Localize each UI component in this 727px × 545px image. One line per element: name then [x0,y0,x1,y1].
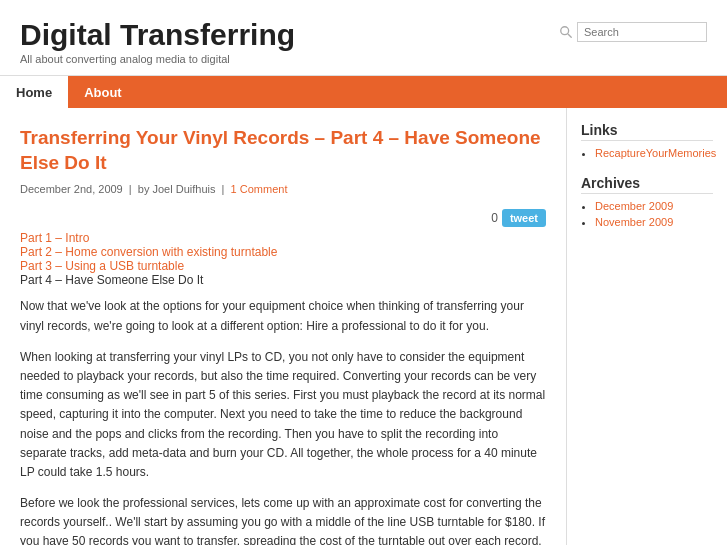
site-tagline: All about converting analog media to dig… [20,53,295,65]
nav-link-part1[interactable]: Part 1 – Intro [20,231,89,245]
main-content: Transferring Your Vinyl Records – Part 4… [0,108,567,545]
sidebar-archives-section: Archives December 2009 November 2009 [581,175,713,228]
sidebar-links-heading: Links [581,122,713,141]
nav-bar: Home About [0,76,727,108]
search-box-wrap [559,22,707,42]
post-comments-link[interactable]: 1 Comment [231,183,288,195]
post-title: Transferring Your Vinyl Records – Part 4… [20,126,546,175]
list-item: RecaptureYourMemories [595,147,713,159]
list-item: November 2009 [595,216,713,228]
nav-link-part4: Part 4 – Have Someone Else Do It [20,273,203,287]
tweet-count: 0 [491,211,498,225]
nav-item-home[interactable]: Home [0,76,68,108]
post-paragraph-1: Now that we've look at the options for y… [20,297,546,335]
site-header: Digital Transferring All about convertin… [0,0,727,76]
search-input[interactable] [577,22,707,42]
site-title: Digital Transferring [20,18,295,51]
nav-link-part3[interactable]: Part 3 – Using a USB turntable [20,259,184,273]
post-body: Now that we've look at the options for y… [20,297,546,545]
nav-links-list: Part 1 – Intro Part 2 – Home conversion … [20,231,546,287]
share-row: 0 tweet [20,209,546,227]
sidebar-archives-list: December 2009 November 2009 [581,200,713,228]
archive-link-dec[interactable]: December 2009 [595,200,673,212]
svg-point-0 [561,27,569,35]
tweet-button[interactable]: tweet [502,209,546,227]
list-item: December 2009 [595,200,713,212]
sidebar-links-section: Links RecaptureYourMemories [581,122,713,159]
nav-link-part2[interactable]: Part 2 – Home conversion with existing t… [20,245,277,259]
content-wrap: Transferring Your Vinyl Records – Part 4… [0,108,727,545]
nav-item-about[interactable]: About [68,76,138,108]
post-date: December 2nd, 2009 [20,183,123,195]
archive-link-nov[interactable]: November 2009 [595,216,673,228]
svg-line-1 [568,34,571,37]
post-paragraph-3: Before we look the professional services… [20,494,546,545]
site-title-block: Digital Transferring All about convertin… [20,18,295,65]
post-meta: December 2nd, 2009 | by Joel Duifhuis | … [20,183,546,195]
search-icon [559,25,573,39]
post-paragraph-2: When looking at transferring your vinyl … [20,348,546,482]
sidebar: Links RecaptureYourMemories Archives Dec… [567,108,727,545]
post-author: Joel Duifhuis [153,183,216,195]
sidebar-archives-heading: Archives [581,175,713,194]
sidebar-link-recapture[interactable]: RecaptureYourMemories [595,147,716,159]
sidebar-links-list: RecaptureYourMemories [581,147,713,159]
